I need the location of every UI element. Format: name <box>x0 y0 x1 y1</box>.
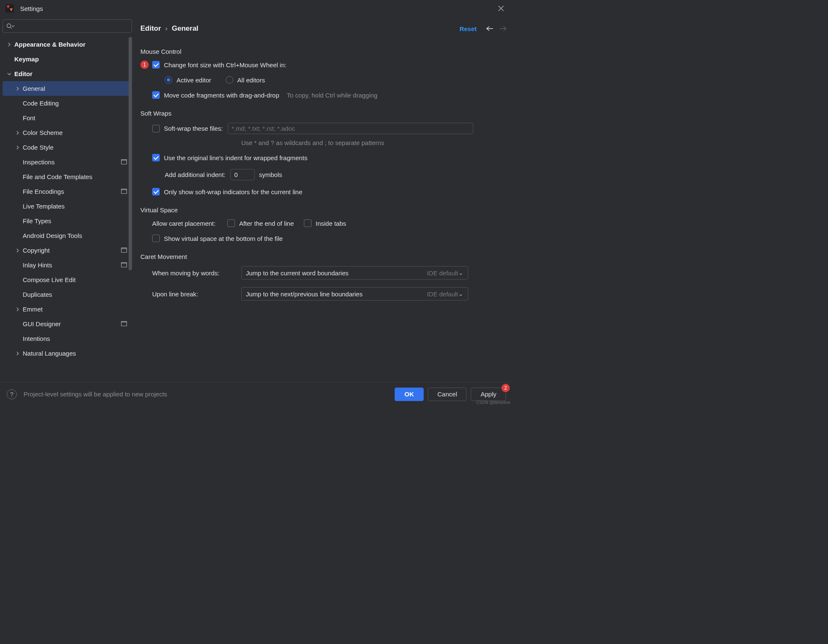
label-move-fragments: Move code fragments with drag-and-drop <box>164 92 279 99</box>
tree-item-inspections[interactable]: Inspections <box>3 155 132 169</box>
section-virtual-space: Virtual Space <box>140 206 507 214</box>
tree-item-label: File Encodings <box>23 188 121 195</box>
tree-item-label: Appearance & Behavior <box>14 41 129 48</box>
tree-item-label: Editor <box>14 70 129 77</box>
label-soft-wrap-files: Soft-wrap these files: <box>164 125 223 132</box>
tree-item-font[interactable]: Font <box>3 111 132 125</box>
select-upon-line-break[interactable]: Jump to the next/previous line boundarie… <box>241 287 468 301</box>
tree-item-label: Code Style <box>23 144 129 151</box>
tree-item-label: Emmet <box>23 306 129 313</box>
nav-arrows <box>486 26 507 32</box>
tree-item-natural-languages[interactable]: Natural Languages <box>3 346 132 361</box>
reset-link[interactable]: Reset <box>459 25 477 32</box>
chevron-icon <box>4 72 14 76</box>
input-additional-indent[interactable] <box>230 169 255 180</box>
project-scope-icon <box>121 261 127 269</box>
select-value: Jump to the next/previous line boundarie… <box>246 290 423 298</box>
label-upon-line-break: Upon line break: <box>152 290 236 298</box>
close-icon[interactable] <box>494 2 508 15</box>
tree-item-label: Keymap <box>14 55 129 63</box>
help-icon[interactable]: ? <box>7 389 17 399</box>
tree-item-code-style[interactable]: Code Style <box>3 140 132 155</box>
chevron-icon <box>13 307 23 311</box>
tree-item-file-encodings[interactable]: File Encodings <box>3 184 132 199</box>
tree-item-keymap[interactable]: Keymap <box>3 52 132 66</box>
radio-all-editors[interactable] <box>226 76 233 84</box>
breadcrumb: Editor › General <box>140 24 198 33</box>
checkbox-use-original-indent[interactable] <box>152 154 160 161</box>
project-scope-icon <box>121 247 127 254</box>
label-all-editors: All editors <box>237 77 265 84</box>
tree-item-label: Natural Languages <box>23 350 129 357</box>
tree-item-intentions[interactable]: Intentions <box>3 331 132 346</box>
tree-item-appearance-behavior[interactable]: Appearance & Behavior <box>3 37 132 52</box>
apply-button[interactable]: Apply 2 <box>471 388 506 401</box>
chevron-down-icon: ⌄ <box>458 290 464 298</box>
checkbox-change-font-size[interactable] <box>152 61 160 69</box>
tree-item-copyright[interactable]: Copyright <box>3 243 132 258</box>
chevron-icon <box>4 42 14 47</box>
label-only-show-indicators: Only show soft-wrap indicators for the c… <box>164 188 302 195</box>
select-moving-by-words[interactable]: Jump to the current word boundaries IDE … <box>241 266 468 280</box>
checkbox-only-show-indicators[interactable] <box>152 188 160 195</box>
checkbox-show-virtual-space[interactable] <box>152 235 160 242</box>
checkbox-after-eol[interactable] <box>227 219 235 227</box>
tree-item-android-design-tools[interactable]: Android Design Tools <box>3 228 132 243</box>
tree-item-compose-live-edit[interactable]: Compose Live Edit <box>3 272 132 287</box>
cancel-button[interactable]: Cancel <box>428 388 467 401</box>
scrollbar[interactable] <box>129 37 132 270</box>
tree-item-color-scheme[interactable]: Color Scheme <box>3 125 132 140</box>
radio-active-editor[interactable] <box>165 76 172 84</box>
breadcrumb-editor[interactable]: Editor <box>140 24 161 33</box>
tree-item-emmet[interactable]: Emmet <box>3 302 132 317</box>
forward-icon <box>499 26 507 32</box>
hint-wildcards: Use * and ? as wildcards and ; to separa… <box>241 139 384 146</box>
tree-item-duplicates[interactable]: Duplicates <box>3 287 132 302</box>
tree-item-live-templates[interactable]: Live Templates <box>3 199 132 214</box>
ok-button[interactable]: OK <box>395 388 424 401</box>
checkbox-soft-wrap-files[interactable] <box>152 125 160 132</box>
tree-item-label: General <box>23 85 129 92</box>
settings-tree[interactable]: Appearance & BehaviorKeymapEditorGeneral… <box>3 37 132 373</box>
label-use-original-indent: Use the original line's indent for wrapp… <box>164 154 307 161</box>
chevron-icon <box>13 145 23 150</box>
section-mouse-control: Mouse Control <box>140 48 507 55</box>
tree-item-label: Inspections <box>23 158 121 166</box>
chevron-icon <box>13 87 23 91</box>
input-soft-wrap-patterns[interactable] <box>228 123 473 134</box>
label-inside-tabs: Inside tabs <box>316 220 346 227</box>
tree-item-gui-designer[interactable]: GUI Designer <box>3 317 132 331</box>
tree-item-file-and-code-templates[interactable]: File and Code Templates <box>3 169 132 184</box>
annotation-badge-1: 1 <box>140 61 149 69</box>
bottom-bar: ? Project-level settings will be applied… <box>0 382 513 406</box>
chevron-icon <box>13 131 23 135</box>
label-moving-by-words: When moving by words: <box>152 269 236 277</box>
checkbox-move-fragments[interactable] <box>152 91 160 99</box>
tree-item-inlay-hints[interactable]: Inlay Hints <box>3 258 132 272</box>
back-icon[interactable] <box>486 26 493 32</box>
chevron-right-icon: › <box>165 24 168 33</box>
checkbox-inside-tabs[interactable] <box>304 219 311 227</box>
label-symbols: symbols <box>259 171 282 178</box>
svg-rect-5 <box>121 189 127 190</box>
svg-rect-11 <box>121 322 127 323</box>
project-scope-icon <box>121 320 127 327</box>
label-change-font-size: Change font size with Ctrl+Mouse Wheel i… <box>164 61 286 69</box>
hint-move-fragments: To copy, hold Ctrl while dragging <box>287 92 377 99</box>
tree-item-general[interactable]: General <box>3 81 132 96</box>
svg-rect-3 <box>121 160 127 161</box>
search-box[interactable] <box>3 19 132 33</box>
search-input[interactable] <box>17 23 128 30</box>
tree-item-label: Duplicates <box>23 291 129 298</box>
tree-item-label: Android Design Tools <box>23 232 129 239</box>
tree-item-label: Copyright <box>23 247 121 254</box>
tree-item-label: File and Code Templates <box>23 173 129 180</box>
section-soft-wraps: Soft Wraps <box>140 110 507 117</box>
label-allow-caret: Allow caret placement: <box>152 220 216 227</box>
tree-item-editor[interactable]: Editor <box>3 66 132 81</box>
chevron-icon <box>13 351 23 356</box>
breadcrumb-general: General <box>172 24 198 33</box>
tree-item-code-editing[interactable]: Code Editing <box>3 96 132 111</box>
watermark: CSDN @ittimeline <box>476 400 510 405</box>
tree-item-file-types[interactable]: File Types <box>3 214 132 228</box>
